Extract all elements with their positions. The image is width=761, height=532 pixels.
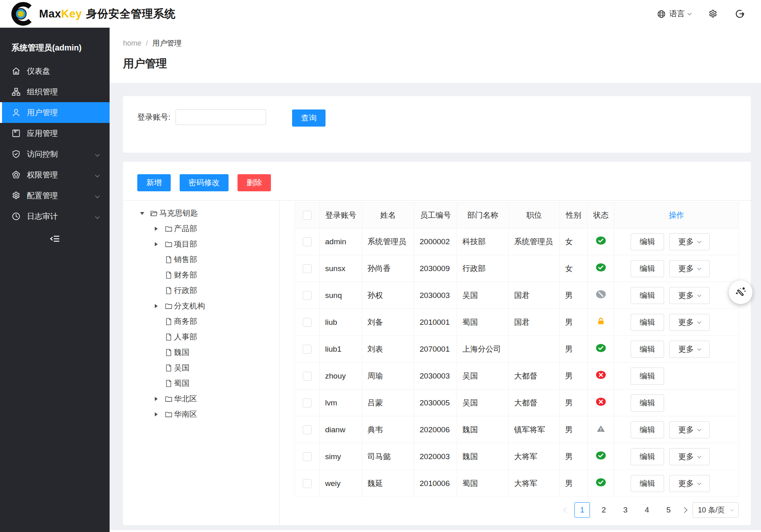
clock-icon	[11, 212, 21, 221]
product-name: 身份安全管理系统	[86, 8, 176, 20]
change-password-button[interactable]: 密码修改	[180, 174, 229, 191]
more-button[interactable]: 更多	[669, 287, 710, 304]
magic-wand-button[interactable]	[729, 280, 752, 304]
row-checkbox[interactable]	[303, 425, 312, 434]
status-check-icon	[596, 478, 606, 487]
tree-node[interactable]: 蜀国	[123, 376, 279, 391]
tree-node-label: 分支机构	[174, 301, 205, 311]
edit-button[interactable]: 编辑	[631, 341, 664, 358]
status-warning-icon	[596, 424, 606, 433]
row-checkbox[interactable]	[303, 452, 312, 461]
tree-node[interactable]: 华南区	[123, 407, 279, 422]
query-button[interactable]: 查询	[292, 109, 326, 127]
page-button-3[interactable]: 3	[618, 502, 633, 518]
file-icon	[165, 348, 173, 357]
tree-node[interactable]: 华北区	[123, 391, 279, 407]
cell-emp-id: 2030003	[414, 282, 457, 309]
login-account-input[interactable]	[176, 109, 266, 125]
more-button[interactable]: 更多	[669, 448, 710, 465]
page-button-2[interactable]: 2	[596, 502, 611, 518]
cell-emp-id: 2010001	[414, 309, 457, 336]
tree-node[interactable]: 魏国	[123, 345, 279, 360]
file-icon	[165, 256, 173, 264]
logout-button[interactable]	[735, 9, 745, 19]
cell-emp-id: 2020006	[414, 416, 457, 443]
more-button[interactable]: 更多	[669, 421, 710, 438]
cell-emp-id: 2000002	[414, 228, 457, 255]
row-checkbox[interactable]	[303, 318, 312, 327]
chevron-down-icon	[697, 239, 702, 243]
add-button[interactable]: 新增	[137, 174, 171, 191]
next-page-button[interactable]	[682, 507, 687, 513]
cell-name: 魏延	[362, 470, 414, 497]
edit-button[interactable]: 编辑	[631, 287, 664, 304]
row-checkbox[interactable]	[303, 479, 312, 488]
tree-node[interactable]: 人事部	[123, 329, 279, 345]
more-button[interactable]: 更多	[669, 233, 710, 250]
tree-node[interactable]: 销售部	[123, 252, 279, 267]
sidebar-item-users[interactable]: 用户管理	[0, 102, 110, 123]
edit-button[interactable]: 编辑	[631, 368, 664, 385]
folder-icon	[165, 302, 173, 310]
edit-button[interactable]: 编辑	[631, 421, 664, 438]
sidebar-item-audit[interactable]: 日志审计	[0, 206, 110, 227]
edit-button[interactable]: 编辑	[631, 475, 664, 492]
select-all-checkbox[interactable]	[303, 211, 312, 220]
cell-emp-id: 2030003	[414, 363, 457, 390]
row-checkbox[interactable]	[303, 237, 312, 246]
cell-name: 典韦	[362, 416, 414, 443]
cell-gender: 男	[560, 363, 588, 390]
maxkey-logo-icon	[11, 1, 36, 26]
settings-button[interactable]	[708, 9, 718, 19]
tree-node[interactable]: 行政部	[123, 283, 279, 298]
row-checkbox[interactable]	[303, 372, 312, 381]
edit-button[interactable]: 编辑	[631, 260, 664, 277]
sidebar-item-config[interactable]: 配置管理	[0, 185, 110, 206]
row-checkbox[interactable]	[303, 291, 312, 300]
cell-dept: 吴国	[457, 282, 509, 309]
sidebar-item-apps[interactable]: 应用管理	[0, 123, 110, 144]
more-button[interactable]: 更多	[669, 341, 710, 358]
file-icon	[165, 379, 173, 388]
cell-dept: 魏国	[457, 443, 509, 470]
page-size-select[interactable]: 10 条/页	[693, 502, 739, 518]
page-button-4[interactable]: 4	[639, 502, 655, 518]
tree-node[interactable]: 马克思钥匙	[123, 206, 279, 221]
sidebar-item-perms[interactable]: 权限管理	[0, 164, 110, 185]
row-checkbox[interactable]	[303, 264, 312, 273]
page-button-1[interactable]: 1	[574, 502, 590, 518]
row-checkbox[interactable]	[303, 345, 312, 354]
tree-node[interactable]: 吴国	[123, 360, 279, 376]
language-menu[interactable]: 语言	[657, 9, 691, 19]
app-icon	[11, 129, 21, 138]
tree-node-label: 项目部	[174, 239, 197, 250]
table-area: 登录账号姓名员工编号部门名称职位性别状态操作admin系统管理员2000002科…	[280, 201, 751, 525]
breadcrumb-home[interactable]: home	[123, 39, 141, 48]
tree-node[interactable]: 商务部	[123, 314, 279, 329]
page-button-5[interactable]: 5	[661, 502, 676, 518]
more-button[interactable]: 更多	[669, 260, 710, 277]
more-button[interactable]: 更多	[669, 314, 710, 331]
table-row: zhouy周瑜2030003吴国大都督男编辑	[295, 363, 739, 390]
tree-node[interactable]: 财务部	[123, 267, 279, 283]
row-checkbox[interactable]	[303, 398, 312, 407]
edit-button[interactable]: 编辑	[631, 314, 664, 331]
tree-node[interactable]: 分支机构	[123, 298, 279, 314]
more-button[interactable]: 更多	[669, 475, 710, 492]
caret-right-icon	[155, 304, 158, 308]
column-header-action: 操作	[614, 203, 739, 228]
sidebar-item-access[interactable]: 访问控制	[0, 144, 110, 164]
sidebar-item-org[interactable]: 组织管理	[0, 81, 110, 102]
edit-button[interactable]: 编辑	[631, 448, 664, 465]
delete-button[interactable]: 删除	[238, 174, 271, 191]
prev-page-button[interactable]	[563, 507, 569, 513]
brand-max: Max	[39, 8, 61, 20]
cell-login: simy	[320, 443, 362, 470]
menu-fold-button[interactable]	[49, 233, 60, 244]
edit-button[interactable]: 编辑	[631, 394, 664, 412]
tree-node[interactable]: 产品部	[123, 221, 279, 236]
cell-emp-id: 2020003	[414, 443, 457, 470]
sidebar-item-dashboard[interactable]: 仪表盘	[0, 61, 110, 81]
edit-button[interactable]: 编辑	[631, 233, 664, 250]
tree-node[interactable]: 项目部	[123, 236, 279, 252]
